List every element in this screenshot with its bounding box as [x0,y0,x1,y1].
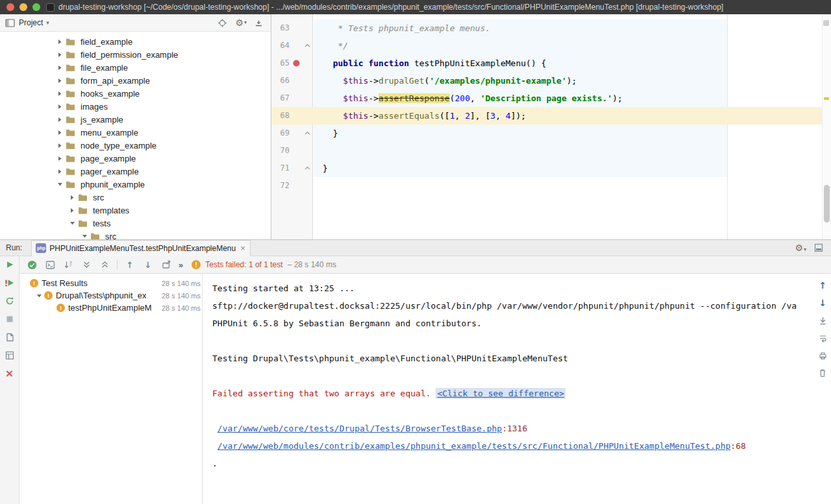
chevron-down-icon[interactable] [80,234,89,239]
tree-item-pager_example[interactable]: pager_example [0,165,271,178]
chevron-right-icon[interactable] [55,143,64,149]
hide-run-panel-icon[interactable] [814,243,823,252]
close-window-button[interactable] [6,3,14,11]
console-output[interactable]: Testing started at 13:25 ...sftp://docke… [203,274,814,504]
minimize-window-button[interactable] [19,3,27,11]
chevron-down-icon[interactable] [68,221,77,226]
code-line-71[interactable]: 71} [271,160,822,177]
clear-all-icon[interactable] [817,368,828,378]
chevron-right-icon[interactable] [55,104,64,110]
tree-item-templates[interactable]: templates [0,204,271,217]
line-number[interactable]: 72 [271,177,290,195]
chevron-right-icon[interactable] [55,39,64,45]
scroll-to-end-icon[interactable] [817,315,828,326]
soft-wrap-icon[interactable] [817,333,828,343]
fold-marker-icon[interactable] [304,166,310,170]
code-line-65[interactable]: 65 public function testPhpUnitExampleMen… [271,54,822,72]
tree-item-field_example[interactable]: field_example [0,35,271,48]
code-line-66[interactable]: 66 $this->drupalGet('/examples/phpunit-e… [271,72,822,90]
collapse-all-icon[interactable] [99,259,110,270]
restore-layout-icon[interactable] [5,350,15,361]
run-tab[interactable]: php PHPUnitExampleMenuTest.testPhpUnitEx… [31,240,250,256]
tree-item-field_permission_example[interactable]: field_permission_example [0,48,271,61]
chevron-down-icon[interactable] [55,182,64,187]
chevron-right-icon[interactable] [55,52,64,58]
test-tree-item[interactable]: !testPhpUnitExampleM28 s 140 ms [20,302,202,314]
zoom-window-button[interactable] [32,3,40,11]
hide-panel-icon[interactable] [254,19,263,27]
fold-marker-icon[interactable] [304,43,310,47]
chevron-right-icon[interactable] [55,130,64,136]
export-test-results-icon[interactable] [160,259,172,270]
rerun-failed-tests-icon[interactable] [5,278,15,288]
tree-item-js_example[interactable]: js_example [0,113,271,126]
next-failed-test-icon[interactable]: ↓ [142,259,154,270]
test-failed-gutter-icon[interactable] [293,60,300,67]
code-line-70[interactable]: 70 [271,142,822,160]
tree-item-src[interactable]: src [0,191,271,204]
close-run-panel-icon[interactable]: × [5,368,15,379]
inspections-indicator[interactable] [823,20,829,26]
line-number[interactable]: 68 [271,107,290,125]
chevron-right-icon[interactable] [55,91,64,97]
scrollbar-thumb[interactable] [824,185,830,222]
warning-stripe-mark[interactable] [824,97,829,100]
code-area[interactable]: 63 * Tests phpunit_example menus.64 */65… [271,19,822,195]
code-line-67[interactable]: 67 $this->assertResponse(200, 'Descripti… [271,90,822,107]
tree-item-file_example[interactable]: file_example [0,61,271,74]
down-stack-trace-icon[interactable]: ↓ [817,298,828,308]
chevron-right-icon[interactable] [55,78,64,84]
tree-item-form_api_example[interactable]: form_api_example [0,74,271,87]
line-number[interactable]: 71 [271,160,290,177]
locate-file-icon[interactable] [217,18,227,28]
up-stack-trace-icon[interactable]: ↑ [817,280,828,291]
line-number[interactable]: 70 [271,142,290,160]
see-difference-link[interactable]: <Click to see difference> [436,388,565,399]
tree-item-menu_example[interactable]: menu_example [0,126,271,139]
chevron-right-icon[interactable] [55,117,64,123]
editor-scrollbar[interactable] [822,14,831,239]
chevron-right-icon[interactable] [55,156,64,162]
close-tab-icon[interactable]: × [240,244,245,252]
code-line-68[interactable]: 68 $this->assertEquals([1, 2], [3, 4]); [271,107,822,125]
file-link[interactable]: /var/www/web/core/tests/Drupal/Tests/Bro… [217,424,502,433]
toggle-console-icon[interactable] [44,259,56,270]
import-test-results-icon[interactable] [5,332,15,342]
code-line-63[interactable]: 63 * Tests phpunit_example menus. [271,19,822,37]
gear-icon[interactable]: ⚙▾ [235,18,247,27]
test-tree-item[interactable]: !Test Results28 s 140 ms [20,277,202,289]
line-number[interactable]: 65 [271,54,290,72]
project-view-selector[interactable]: Project [19,18,43,27]
chevron-right-icon[interactable] [68,195,77,200]
rerun-tests-icon[interactable] [5,259,15,270]
tree-item-images[interactable]: images [0,100,271,113]
show-passed-icon[interactable] [26,259,38,270]
more-options-icon[interactable]: » [179,260,182,270]
chevron-right-icon[interactable] [68,208,77,213]
chevron-down-icon[interactable] [34,293,44,298]
previous-failed-test-icon[interactable]: ↑ [124,259,136,270]
test-tree-item[interactable]: !Drupal\Tests\phpunit_ex28 s 140 ms [20,289,202,302]
line-number[interactable]: 66 [271,72,290,90]
chevron-right-icon[interactable] [55,65,64,71]
code-line-64[interactable]: 64 */ [271,37,822,54]
line-number[interactable]: 69 [271,125,290,142]
fold-marker-icon[interactable] [304,131,310,135]
sort-by-duration-icon[interactable] [62,259,74,270]
print-icon[interactable] [817,350,828,361]
tree-item-page_example[interactable]: page_example [0,152,271,165]
file-link[interactable]: /var/www/web/modules/contrib/examples/ph… [217,441,731,451]
code-line-72[interactable]: 72 [271,177,822,195]
stop-icon[interactable] [5,314,15,324]
line-number[interactable]: 64 [271,37,290,54]
line-number[interactable]: 63 [271,19,290,37]
code-line-69[interactable]: 69 } [271,125,822,142]
chevron-right-icon[interactable] [55,169,64,174]
tree-item-node_type_example[interactable]: node_type_example [0,139,271,152]
tree-item-tests[interactable]: tests [0,217,271,230]
tree-item-hooks_example[interactable]: hooks_example [0,87,271,100]
run-settings-gear-icon[interactable]: ⚙▾ [795,243,806,252]
tree-item-phpunit_example[interactable]: phpunit_example [0,178,271,191]
toggle-auto-test-icon[interactable] [5,296,15,306]
tree-item-src[interactable]: src [0,230,271,239]
